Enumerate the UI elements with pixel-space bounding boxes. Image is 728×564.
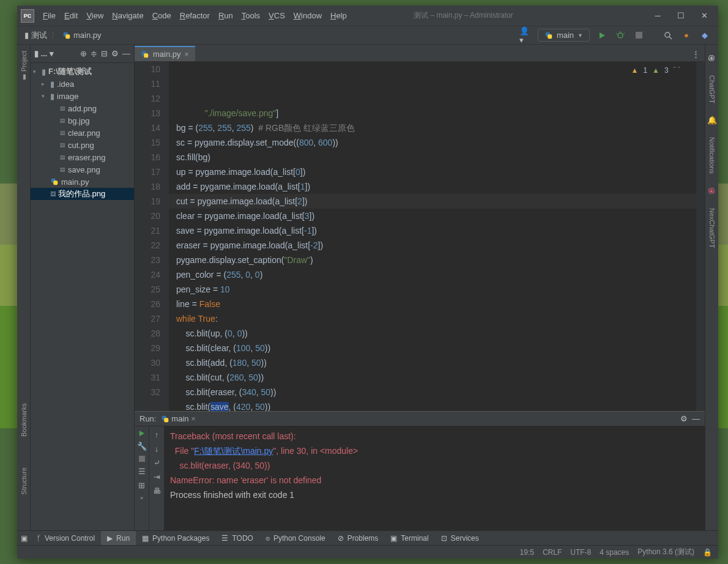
tree-file-artwork[interactable]: 🖼我的作品.png [31, 188, 134, 200]
ide-updates-icon[interactable]: ◆ [699, 29, 711, 42]
debug-button[interactable] [614, 29, 626, 42]
bottom-tab-python-packages[interactable]: ▦Python Packages [136, 531, 215, 545]
svg-rect-12 [53, 180, 58, 185]
minimize-button[interactable]: ─ [653, 12, 662, 20]
tree-file[interactable]: ▤clear.png [31, 127, 134, 139]
menu-run[interactable]: Run [218, 11, 233, 20]
tree-file[interactable]: ▤add.png [31, 102, 134, 114]
chatgpt-tool-button[interactable]: ֍ [707, 53, 716, 63]
nexchatgpt-tool-button[interactable]: ֎ [707, 186, 716, 196]
left-tool-rail: ▮ Project Bookmarks Structure [17, 45, 31, 530]
svg-point-9 [665, 32, 670, 37]
run-settings-button[interactable]: 🔧 [137, 442, 147, 451]
python-icon [161, 415, 169, 423]
dump-threads-button[interactable]: ☰ [138, 467, 146, 476]
line-separator[interactable]: CRLF [543, 548, 562, 557]
layout-button[interactable]: ⊞ [138, 481, 145, 490]
interpreter-info[interactable]: Python 3.6 (测试) [637, 547, 694, 557]
more-button[interactable]: » [140, 495, 143, 501]
project-tree[interactable]: ▾▮F:\随笔\测试 ▸▮.idea ▾▮image ▤add.png▤bg.j… [31, 63, 134, 530]
tree-folder-image[interactable]: ▾▮image [31, 90, 134, 102]
close-button[interactable]: ✕ [700, 12, 708, 20]
select-opened-file-icon[interactable]: ⊕ [80, 49, 87, 58]
bottom-tab-version-control[interactable]: ᚶVersion Control [31, 531, 101, 545]
project-tool-button[interactable]: ▮ Project [20, 51, 28, 81]
code-editor[interactable]: 1011121314151617181920212223242526272829… [135, 62, 705, 411]
scroll-end-button[interactable]: ⇥ [154, 472, 160, 481]
bookmarks-tool-button[interactable]: Bookmarks [20, 403, 28, 437]
project-view-selector[interactable]: ▮ ... ▾ [34, 49, 54, 58]
menu-edit[interactable]: Edit [64, 11, 78, 20]
bottom-tab-problems[interactable]: ⊘Problems [332, 531, 385, 545]
collapse-all-icon[interactable]: ⊟ [101, 49, 108, 58]
down-trace-button[interactable]: ↓ [155, 444, 159, 453]
marker-bar[interactable] [696, 62, 705, 411]
folder-icon: ▮ [24, 31, 29, 40]
rerun-button[interactable] [138, 430, 145, 437]
app-icon: PC [21, 9, 34, 23]
menu-code[interactable]: Code [152, 11, 171, 20]
svg-rect-3 [548, 34, 552, 39]
maximize-button[interactable]: ☐ [677, 12, 685, 20]
menu-tools[interactable]: Tools [242, 11, 260, 20]
indent-info[interactable]: 4 spaces [600, 548, 629, 557]
svg-line-7 [623, 33, 625, 34]
run-settings-icon[interactable]: ⚙ [680, 414, 688, 423]
tree-file[interactable]: ▤cut.png [31, 139, 134, 151]
menu-navigate[interactable]: Navigate [112, 11, 143, 20]
tree-file-main[interactable]: main.py [31, 176, 134, 188]
svg-rect-8 [636, 32, 642, 39]
structure-tool-button[interactable]: Structure [20, 467, 28, 495]
hide-run-icon[interactable]: — [692, 414, 700, 423]
settings-icon[interactable]: ⚙ [111, 49, 119, 58]
lock-icon[interactable]: 🔒 [703, 548, 712, 557]
close-run-tab-icon[interactable]: × [191, 414, 196, 423]
notifications-tool-button[interactable]: 🔔 [707, 116, 717, 125]
stop-button[interactable] [633, 29, 645, 42]
bottom-tab-python-console[interactable]: ⌾Python Console [259, 531, 332, 545]
menu-refactor[interactable]: Refactor [180, 11, 210, 20]
caret-position[interactable]: 19:5 [520, 548, 534, 557]
tree-folder-idea[interactable]: ▸▮.idea [31, 78, 134, 90]
titlebar: PC FileEditViewNavigateCodeRefactorRunTo… [17, 6, 718, 26]
print-button[interactable]: 🖶 [153, 486, 161, 495]
user-icon[interactable]: 👤▾ [519, 29, 532, 42]
project-panel: ▮ ... ▾ ⊕ ≑ ⊟ ⚙ — ▾▮F:\随笔\测试 ▸▮.idea ▾▮i… [31, 45, 135, 530]
console-output[interactable]: Traceback (most recent call last): File … [164, 426, 705, 530]
svg-rect-16 [164, 418, 168, 422]
search-everywhere-button[interactable] [662, 29, 674, 42]
bottom-tab-todo[interactable]: ☰TODO [215, 531, 259, 545]
tree-file[interactable]: ▤save.png [31, 163, 134, 176]
settings-sync-icon[interactable]: ● [680, 29, 693, 42]
right-tool-rail: ֍ ChatGPT 🔔 Notifications ֎ NexChatGPT [705, 45, 718, 530]
bottom-tab-run[interactable]: ▶Run [101, 531, 136, 545]
tree-file[interactable]: ▤eraser.png [31, 151, 134, 163]
expand-all-icon[interactable]: ≑ [91, 49, 97, 58]
svg-rect-1 [65, 34, 70, 39]
run-config-selector[interactable]: main ▼ [538, 29, 590, 42]
stop-process-button[interactable] [139, 456, 145, 462]
svg-line-6 [616, 33, 617, 34]
breadcrumb[interactable]: ▮测试 〉 main.py [24, 30, 102, 41]
tree-file[interactable]: ▤bg.jpg [31, 114, 134, 127]
run-button[interactable] [596, 29, 608, 42]
hide-panel-icon[interactable]: — [122, 49, 130, 58]
bottom-tab-terminal[interactable]: ▣Terminal [384, 531, 434, 545]
up-trace-button[interactable]: ↑ [155, 430, 159, 439]
editor-tab-main[interactable]: main.py × [135, 46, 195, 61]
tabs-more-icon[interactable]: ⋮ [687, 47, 705, 61]
tree-root[interactable]: ▾▮F:\随笔\测试 [31, 65, 134, 78]
editor-tabs: main.py × ⋮ [135, 45, 705, 62]
menu-file[interactable]: File [43, 11, 56, 20]
file-encoding[interactable]: UTF-8 [570, 548, 591, 557]
inspections-widget[interactable]: ▲1 ▲3 ˆ ˇ [631, 63, 680, 78]
tool-windows-icon[interactable]: ▣ [17, 534, 31, 543]
soft-wrap-button[interactable]: ⤶ [154, 458, 160, 467]
run-tool-window: Run: main × ⚙ — 🔧 ☰ ⊞ » [135, 411, 705, 530]
bottom-tab-services[interactable]: ⊡Services [435, 531, 485, 545]
menu-view[interactable]: View [86, 11, 103, 20]
python-icon [141, 50, 149, 59]
ide-window: PC FileEditViewNavigateCodeRefactorRunTo… [17, 6, 718, 558]
svg-point-4 [618, 33, 623, 38]
close-tab-icon[interactable]: × [185, 50, 189, 59]
